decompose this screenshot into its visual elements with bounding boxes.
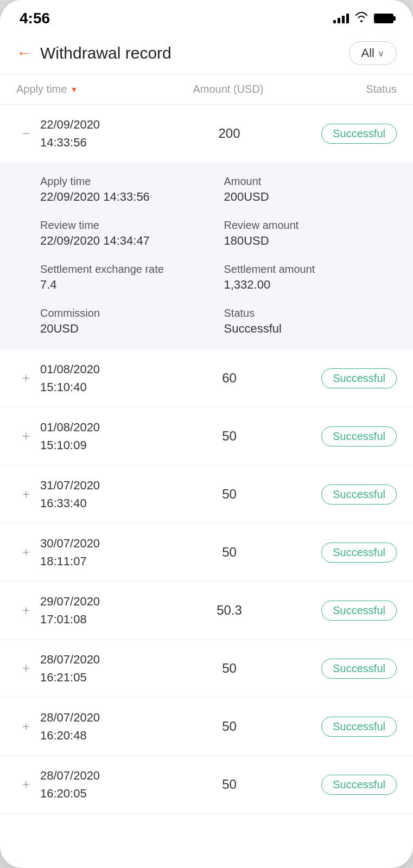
- record-row-main[interactable]: + 31/07/2020 16:33:40 50 Successful: [0, 465, 413, 523]
- status-badge: Successful: [321, 124, 397, 144]
- record-date-line1: 30/07/2020: [40, 534, 149, 552]
- sort-arrow-icon: ▼: [70, 85, 78, 94]
- record-status-col: Successful: [310, 124, 397, 144]
- record-row-main[interactable]: + 28/07/2020 16:20:05 50 Successful: [0, 756, 413, 813]
- detail-settlement-rate: Settlement exchange rate 7.4: [40, 263, 213, 292]
- record-row-main[interactable]: + 01/08/2020 15:10:40 60 Successful: [0, 349, 413, 407]
- record-amount: 60: [149, 371, 310, 386]
- record-row-main[interactable]: + 29/07/2020 17:01:08 50.3 Successful: [0, 582, 413, 639]
- wifi-icon: [354, 11, 368, 25]
- record-date: 28/07/2020 16:20:48: [40, 709, 149, 744]
- record-date-line2: 16:33:40: [40, 494, 149, 512]
- record-amount: 50: [149, 545, 310, 560]
- record-status-col: Successful: [310, 659, 397, 679]
- status-badge: Successful: [321, 659, 397, 679]
- status-badge: Successful: [321, 601, 397, 621]
- row-toggle-icon: +: [16, 603, 36, 618]
- detail-status-value: Successful: [224, 322, 397, 336]
- table-row: + 30/07/2020 18:11:07 50 Successful: [0, 524, 413, 582]
- record-date-line1: 31/07/2020: [40, 476, 149, 494]
- col-time-label: Apply time: [16, 83, 67, 95]
- record-status-col: Successful: [310, 484, 397, 505]
- filter-button[interactable]: All ∨: [349, 41, 397, 65]
- detail-settlement-amount: Settlement amount 1,332.00: [224, 263, 397, 292]
- record-detail: Apply time 22/09/2020 14:33:56 Amount 20…: [0, 162, 413, 349]
- detail-status: Status Successful: [224, 307, 397, 336]
- battery-icon: [374, 14, 393, 23]
- detail-status-label: Status: [224, 307, 397, 320]
- record-date: 31/07/2020 16:33:40: [40, 476, 149, 512]
- status-badge: Successful: [321, 542, 397, 563]
- row-toggle-icon: +: [16, 719, 36, 734]
- detail-commission-label: Commission: [40, 307, 213, 320]
- table-row: + 01/08/2020 15:10:09 50 Successful: [0, 407, 413, 465]
- record-date-line2: 16:20:05: [40, 784, 149, 802]
- record-date: 28/07/2020 16:21:05: [40, 650, 149, 686]
- record-row-main[interactable]: + 01/08/2020 15:10:09 50 Successful: [0, 407, 413, 465]
- record-date-line2: 15:10:40: [40, 378, 149, 396]
- detail-apply-time-label: Apply time: [40, 175, 213, 188]
- detail-amount-value: 200USD: [224, 190, 397, 204]
- header-left: ← Withdrawal record: [16, 44, 171, 62]
- record-row-main[interactable]: + 28/07/2020 16:21:05 50 Successful: [0, 640, 413, 697]
- record-amount: 200: [149, 126, 310, 141]
- status-badge: Successful: [321, 426, 397, 446]
- detail-commission: Commission 20USD: [40, 307, 213, 336]
- record-amount: 50.3: [149, 603, 310, 618]
- status-badge: Successful: [321, 775, 397, 795]
- status-icons: [333, 11, 393, 25]
- col-status-header: Status: [310, 83, 397, 95]
- record-date: 28/07/2020 16:20:05: [40, 767, 149, 802]
- table-row: + 29/07/2020 17:01:08 50.3 Successful: [0, 582, 413, 640]
- table-row: + 31/07/2020 16:33:40 50 Successful: [0, 465, 413, 524]
- record-date-line2: 16:21:05: [40, 668, 149, 686]
- record-status-col: Successful: [310, 601, 397, 621]
- record-date: 22/09/2020 14:33:56: [40, 116, 149, 151]
- page-title: Withdrawal record: [40, 44, 171, 62]
- detail-amount: Amount 200USD: [224, 175, 397, 204]
- row-toggle-icon: +: [16, 371, 36, 386]
- table-row: − 22/09/2020 14:33:56 200 Successful App…: [0, 105, 413, 349]
- phone-frame: 4:56 ← Withdrawal record: [0, 0, 413, 868]
- detail-commission-value: 20USD: [40, 322, 213, 336]
- status-bar: 4:56: [0, 0, 413, 33]
- col-time-header[interactable]: Apply time ▼: [16, 83, 147, 95]
- filter-label: All: [361, 46, 374, 60]
- record-date-line2: 17:01:08: [40, 610, 149, 628]
- detail-review-time-value: 22/09/2020 14:34:47: [40, 234, 213, 248]
- record-date-line2: 18:11:07: [40, 552, 149, 570]
- status-badge: Successful: [321, 717, 397, 737]
- row-toggle-icon: +: [16, 545, 36, 560]
- record-status-col: Successful: [310, 426, 397, 446]
- record-date-line1: 01/08/2020: [40, 360, 149, 378]
- signal-icon: [333, 14, 349, 23]
- record-row-main[interactable]: + 30/07/2020 18:11:07 50 Successful: [0, 524, 413, 581]
- detail-apply-time-value: 22/09/2020 14:33:56: [40, 190, 213, 204]
- record-date: 29/07/2020 17:01:08: [40, 592, 149, 628]
- table-row: + 01/08/2020 15:10:40 60 Successful: [0, 349, 413, 407]
- back-button[interactable]: ←: [16, 44, 31, 62]
- chevron-down-icon: ∨: [378, 48, 384, 59]
- status-time: 4:56: [20, 10, 50, 27]
- page-header: ← Withdrawal record All ∨: [0, 33, 413, 74]
- record-status-col: Successful: [310, 542, 397, 563]
- detail-review-amount-label: Review amount: [224, 219, 397, 232]
- record-date: 01/08/2020 15:10:09: [40, 418, 149, 454]
- detail-review-amount-value: 180USD: [224, 234, 397, 248]
- record-amount: 50: [149, 429, 310, 444]
- table-row: + 28/07/2020 16:20:05 50 Successful: [0, 756, 413, 814]
- record-status-col: Successful: [310, 368, 397, 388]
- record-amount: 50: [149, 777, 310, 792]
- detail-settlement-amount-value: 1,332.00: [224, 278, 397, 292]
- record-row-main[interactable]: − 22/09/2020 14:33:56 200 Successful: [0, 105, 413, 162]
- detail-settlement-amount-label: Settlement amount: [224, 263, 397, 276]
- record-date-line1: 01/08/2020: [40, 418, 149, 436]
- status-badge: Successful: [321, 368, 397, 388]
- record-date-line1: 29/07/2020: [40, 592, 149, 610]
- record-status-col: Successful: [310, 775, 397, 795]
- record-amount: 50: [149, 487, 310, 502]
- record-row-main[interactable]: + 28/07/2020 16:20:48 50 Successful: [0, 698, 413, 755]
- table-row: + 28/07/2020 16:20:48 50 Successful: [0, 698, 413, 756]
- record-date-line1: 28/07/2020: [40, 650, 149, 668]
- detail-review-time: Review time 22/09/2020 14:34:47: [40, 219, 213, 248]
